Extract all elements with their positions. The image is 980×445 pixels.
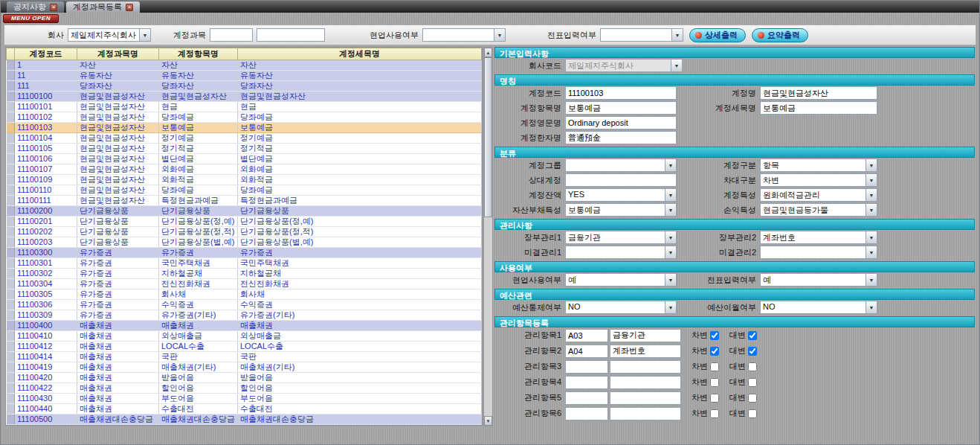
budget-control-select[interactable]: NO ▼	[565, 301, 677, 314]
table-row[interactable]: 11100414매출채권국판국판	[7, 352, 482, 362]
account-code-input[interactable]	[210, 28, 253, 42]
table-row[interactable]: 11100202단기금융상품단기금융상품(정,적)단기금융상품(정,적)	[7, 227, 482, 237]
row-selector[interactable]	[7, 217, 15, 227]
tab-account-registration[interactable]: 계정과목등록 ×	[66, 1, 140, 13]
table-row[interactable]: 11100430매출채권부도어음부도어음	[7, 394, 482, 404]
table-row[interactable]: 11100305유가증권회사채회사채	[7, 289, 482, 300]
mgmt-item-code-input[interactable]	[565, 391, 608, 405]
account-english-field[interactable]	[565, 116, 677, 129]
row-selector[interactable]	[7, 310, 15, 321]
book-mgmt1-select[interactable]: 금융기관 ▼	[565, 231, 677, 244]
table-row[interactable]: 11100400매출채권매출채권매출채권	[7, 321, 482, 331]
field-usage-select[interactable]: 예 ▼	[565, 273, 677, 286]
col-header-code[interactable]: 계정코드	[15, 48, 77, 60]
budget-carryover-select[interactable]: NO ▼	[760, 301, 877, 314]
account-division-select[interactable]: 항목 ▼	[760, 159, 877, 172]
account-code-field[interactable]	[565, 86, 677, 100]
row-selector[interactable]	[7, 258, 15, 269]
row-selector[interactable]	[7, 206, 15, 217]
counter-account-field[interactable]	[565, 173, 677, 187]
mgmt-item-name-input[interactable]	[610, 360, 681, 374]
table-row[interactable]: 1자산자산자산	[7, 60, 482, 71]
row-selector[interactable]	[7, 175, 15, 185]
row-selector[interactable]	[7, 123, 15, 133]
mgmt-item-code-input[interactable]	[565, 376, 608, 389]
row-selector[interactable]	[7, 144, 15, 154]
col-header-item[interactable]: 계정항목명	[159, 48, 238, 60]
table-row[interactable]: 11100419매출채권매출채권(기타)매출채권(기타)	[7, 362, 482, 373]
credit-checkbox[interactable]	[748, 378, 757, 387]
mgmt-item-name-input[interactable]	[610, 376, 681, 389]
row-selector[interactable]	[7, 289, 15, 300]
col-header-detail[interactable]: 계정세목명	[238, 48, 482, 60]
mgmt-item-name-input[interactable]	[610, 391, 681, 405]
account-item-field[interactable]	[565, 101, 677, 115]
scroll-down-icon[interactable]: ▼	[484, 416, 492, 426]
row-selector[interactable]	[7, 404, 15, 414]
row-selector[interactable]	[7, 102, 15, 112]
open-mgmt1-select[interactable]: ▼	[565, 246, 677, 259]
slip-entry-select[interactable]: 예 ▼	[760, 273, 877, 286]
account-trait-select[interactable]: 원화예적금관리 ▼	[760, 188, 877, 202]
table-row[interactable]: 11100103현금및현금성자산보통예금보통예금	[7, 123, 482, 133]
account-balance-select[interactable]: YES ▼	[565, 188, 677, 202]
table-row[interactable]: 11100412매출채권LOCAL수출LOCAL수출	[7, 342, 482, 352]
row-selector[interactable]	[7, 342, 15, 352]
debit-checkbox[interactable]	[710, 394, 719, 403]
row-selector[interactable]	[7, 71, 15, 81]
table-row[interactable]: 11100109현금및현금성자산외화적금외화적금	[7, 175, 482, 185]
table-row[interactable]: 11100309유가증권유가증권(기타)유가증권(기타)	[7, 310, 482, 321]
mgmt-item-code-input[interactable]	[565, 345, 608, 358]
row-selector[interactable]	[7, 362, 15, 373]
table-row[interactable]: 11100104현금및현금성자산정기예금정기예금	[7, 133, 482, 144]
mgmt-item-name-input[interactable]	[610, 345, 681, 358]
table-row[interactable]: 11100107현금및현금성자산외화예금외화예금	[7, 164, 482, 175]
debit-credit-select[interactable]: 차변 ▼	[760, 173, 877, 187]
mgmt-item-name-input[interactable]	[610, 329, 681, 342]
account-group-select[interactable]: ▼	[565, 159, 677, 172]
account-name-field[interactable]	[760, 86, 877, 100]
table-row[interactable]: 11100201단기금융상품단기금융상품(정,예)단기금융상품(정,예)	[7, 217, 482, 227]
row-selector[interactable]	[7, 227, 15, 237]
row-selector[interactable]	[7, 331, 15, 342]
profit-loss-select[interactable]: 현금및현금등가물 ▼	[760, 203, 877, 217]
account-name-input[interactable]	[257, 28, 325, 42]
row-selector[interactable]	[7, 154, 15, 164]
table-row[interactable]: 11100106현금및현금성자산별단예금별단예금	[7, 154, 482, 164]
table-row[interactable]: 11100110현금및현금성자산당좌예금당좌예금	[7, 185, 482, 196]
table-row[interactable]: 11100420매출채권받을어음받을어음	[7, 373, 482, 383]
close-icon[interactable]: ×	[126, 4, 133, 11]
menu-open-button[interactable]: MENU OPEN	[3, 14, 59, 23]
table-row[interactable]: 11100301유가증권국민주택채권국민주택채권	[7, 258, 482, 269]
credit-checkbox[interactable]	[748, 394, 757, 403]
detail-print-button[interactable]: 상세출력	[689, 28, 746, 42]
row-selector[interactable]	[7, 269, 15, 279]
scroll-thumb[interactable]	[484, 57, 492, 217]
slip-filter-select[interactable]: ▼	[600, 28, 683, 42]
scroll-up-icon[interactable]: ▲	[484, 48, 492, 57]
table-row[interactable]: 11100200단기금융상품단기금융상품단기금융상품	[7, 206, 482, 217]
table-row[interactable]: 11유동자산유동자산유동자산	[7, 71, 482, 81]
table-row[interactable]: 11100306유가증권수익증권수익증권	[7, 300, 482, 310]
mgmt-item-code-input[interactable]	[565, 407, 608, 420]
table-row[interactable]: 11100105현금및현금성자산정기적금정기적금	[7, 144, 482, 154]
summary-print-button[interactable]: 요약출력	[752, 28, 808, 42]
row-selector[interactable]	[7, 248, 15, 258]
asset-liability-select[interactable]: 보통예금 ▼	[565, 203, 677, 217]
usage-filter-select[interactable]: ▼	[422, 28, 506, 42]
credit-checkbox[interactable]	[748, 331, 757, 340]
row-selector[interactable]	[7, 133, 15, 144]
table-row[interactable]: 111당좌자산당좌자산당좌자산	[7, 81, 482, 92]
table-row[interactable]: 11100302유가증권지하철공채지하철공채	[7, 269, 482, 279]
row-selector[interactable]	[7, 394, 15, 404]
mgmt-item-code-input[interactable]	[565, 329, 608, 342]
table-row[interactable]: 11100100현금및현금성자산현금및현금성자산현금및현금성자산	[7, 92, 482, 102]
close-icon[interactable]: ×	[50, 4, 57, 11]
table-row[interactable]: 11100101현금및현금성자산현금현금	[7, 102, 482, 112]
scroll-track[interactable]	[484, 57, 492, 416]
vertical-scrollbar[interactable]: ▲ ▼	[483, 47, 493, 426]
debit-checkbox[interactable]	[710, 331, 719, 340]
table-row[interactable]: 11100111현금및현금성자산특정현금과예금특정현금과예금	[7, 196, 482, 206]
debit-checkbox[interactable]	[710, 378, 719, 387]
table-row[interactable]: 11100300유가증권유가증권유가증권	[7, 248, 482, 258]
